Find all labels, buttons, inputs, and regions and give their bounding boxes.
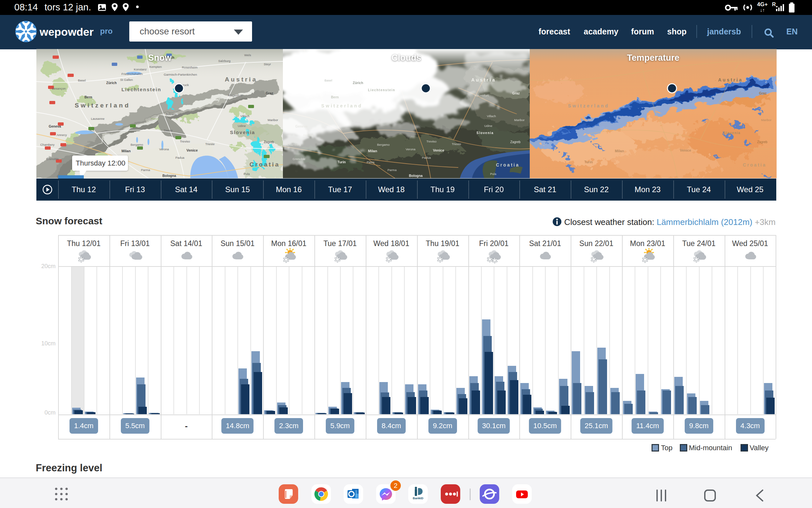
svg-text:Lausanne: Lausanne bbox=[91, 117, 105, 120]
svg-text:Parma: Parma bbox=[388, 168, 397, 172]
svg-text:Annecy: Annecy bbox=[303, 133, 314, 137]
svg-text:Slovenia: Slovenia bbox=[477, 131, 494, 135]
svg-text:Trento: Trento bbox=[164, 129, 172, 132]
svg-text:Maribor: Maribor bbox=[268, 118, 278, 122]
svg-text:Zürich: Zürich bbox=[106, 81, 117, 85]
svg-text:Grenoble: Grenoble bbox=[46, 157, 59, 161]
svg-text:Garmisch-Partenkirchen: Garmisch-Partenkirchen bbox=[164, 73, 197, 76]
svg-text:Bergamo: Bergamo bbox=[377, 143, 390, 146]
svg-text:Maribor: Maribor bbox=[514, 118, 525, 122]
svg-text:Graz: Graz bbox=[512, 91, 520, 95]
svg-text:Turin: Turin bbox=[584, 160, 593, 164]
svg-text:Pula: Pula bbox=[490, 172, 497, 176]
svg-text:Liechtenstein: Liechtenstein bbox=[121, 87, 161, 92]
svg-text:Croatia: Croatia bbox=[743, 162, 767, 168]
svg-text:Basel: Basel bbox=[78, 79, 86, 82]
svg-text:Trieste: Trieste bbox=[205, 142, 215, 146]
svg-text:Zagreb: Zagreb bbox=[757, 140, 768, 144]
svg-text:Pula: Pula bbox=[244, 172, 250, 176]
svg-text:Graz: Graz bbox=[266, 91, 273, 95]
svg-text:Chambery: Chambery bbox=[40, 143, 54, 146]
svg-text:Zürich: Zürich bbox=[353, 81, 363, 85]
svg-text:Klagenfurt: Klagenfurt bbox=[475, 93, 489, 97]
svg-text:Padua: Padua bbox=[422, 156, 431, 159]
svg-text:Parma: Parma bbox=[141, 168, 150, 172]
svg-text:Konstanz: Konstanz bbox=[134, 68, 147, 71]
svg-text:Milan: Milan bbox=[615, 149, 624, 153]
svg-text:Villach: Villach bbox=[487, 114, 496, 118]
svg-text:Geneva: Geneva bbox=[295, 124, 308, 128]
svg-text:Zagreb: Zagreb bbox=[510, 140, 521, 144]
svg-text:Kempten: Kempten bbox=[150, 65, 162, 69]
svg-text:Milan: Milan bbox=[368, 149, 377, 153]
svg-text:Trieste: Trieste bbox=[452, 142, 461, 146]
svg-text:Udine: Udine bbox=[238, 124, 246, 128]
svg-text:Verona: Verona bbox=[406, 147, 416, 151]
svg-text:Slovenia: Slovenia bbox=[230, 129, 255, 135]
svg-text:Austria: Austria bbox=[718, 77, 743, 82]
svg-text:Austria: Austria bbox=[471, 77, 496, 82]
svg-text:Switzerland: Switzerland bbox=[321, 103, 363, 109]
svg-text:Graz: Graz bbox=[759, 91, 767, 95]
svg-text:Besançon: Besançon bbox=[52, 87, 66, 90]
svg-text:Bern: Bern bbox=[331, 95, 339, 99]
svg-text:Austria: Austria bbox=[225, 76, 257, 83]
svg-text:Treviso: Treviso bbox=[180, 139, 190, 143]
svg-text:Croatia: Croatia bbox=[249, 161, 280, 168]
svg-text:Chambery: Chambery bbox=[287, 143, 301, 146]
svg-text:St Gallen: St Gallen bbox=[120, 78, 133, 81]
svg-text:Croatia: Croatia bbox=[496, 162, 520, 168]
svg-text:Maribor: Maribor bbox=[761, 118, 771, 122]
svg-text:Udine: Udine bbox=[484, 124, 492, 128]
svg-text:Switzerland: Switzerland bbox=[75, 102, 130, 109]
svg-text:Annecy: Annecy bbox=[56, 133, 67, 137]
svg-text:Bern: Bern bbox=[84, 95, 92, 99]
svg-text:Milan: Milan bbox=[121, 149, 130, 153]
svg-text:Parco: Parco bbox=[151, 117, 159, 120]
svg-text:Rosenheim: Rosenheim bbox=[182, 66, 198, 69]
svg-text:Bolzano: Bolzano bbox=[166, 112, 177, 116]
svg-text:Padua: Padua bbox=[175, 156, 185, 159]
svg-text:Bologna: Bologna bbox=[162, 174, 176, 177]
svg-text:Grenoble: Grenoble bbox=[293, 157, 305, 161]
svg-text:Zagreb: Zagreb bbox=[264, 140, 274, 144]
svg-text:Geneva: Geneva bbox=[49, 124, 61, 128]
svg-text:Venice: Venice bbox=[433, 149, 444, 152]
svg-text:Venice: Venice bbox=[680, 149, 691, 152]
svg-text:BankID: BankID bbox=[413, 496, 423, 500]
svg-text:Liechtenstein: Liechtenstein bbox=[368, 88, 395, 92]
svg-text:Villach: Villach bbox=[240, 114, 249, 118]
svg-text:Pavia: Pavia bbox=[367, 160, 374, 164]
svg-text:Turin: Turin bbox=[337, 160, 346, 164]
svg-text:Basel: Basel bbox=[324, 79, 332, 82]
svg-text:Bologna: Bologna bbox=[409, 174, 422, 177]
svg-text:Klagenfurt: Klagenfurt bbox=[228, 93, 242, 97]
svg-text:Treviso: Treviso bbox=[427, 139, 437, 143]
svg-text:Bergamo: Bergamo bbox=[130, 143, 143, 146]
svg-text:Slovenia: Slovenia bbox=[723, 131, 740, 135]
svg-text:Venice: Venice bbox=[187, 149, 198, 152]
svg-text:Friedrichshafen: Friedrichshafen bbox=[121, 72, 143, 76]
svg-text:Verona: Verona bbox=[159, 147, 169, 151]
svg-text:Switzerland: Switzerland bbox=[568, 103, 609, 109]
